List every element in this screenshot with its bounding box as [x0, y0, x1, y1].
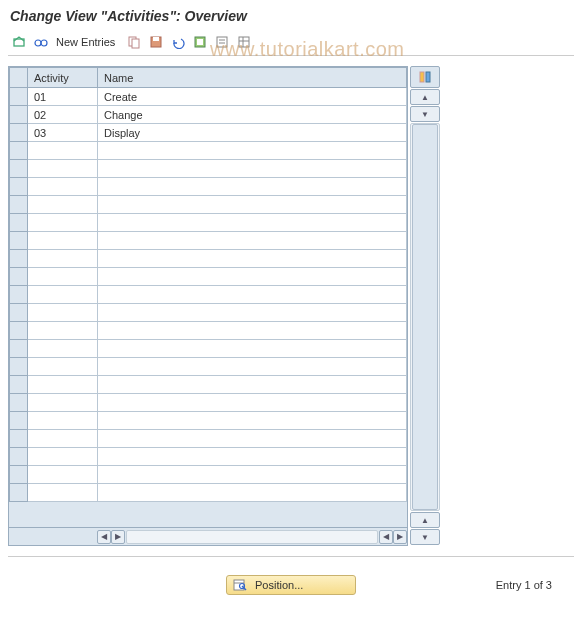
- row-selector[interactable]: [10, 484, 28, 502]
- cell-name[interactable]: [98, 394, 407, 412]
- table-row[interactable]: [10, 196, 407, 214]
- cell-name[interactable]: [98, 232, 407, 250]
- table-row[interactable]: [10, 394, 407, 412]
- cell-activity[interactable]: [28, 412, 98, 430]
- cell-activity[interactable]: [28, 376, 98, 394]
- horizontal-scrollbar[interactable]: ◀ ▶ ◀ ▶: [9, 527, 407, 545]
- row-selector[interactable]: [10, 286, 28, 304]
- row-selector[interactable]: [10, 412, 28, 430]
- row-selector[interactable]: [10, 376, 28, 394]
- row-selector[interactable]: [10, 268, 28, 286]
- vscroll-thumb[interactable]: [412, 124, 438, 510]
- cell-name[interactable]: [98, 412, 407, 430]
- cell-activity[interactable]: [28, 214, 98, 232]
- copy-icon[interactable]: [125, 33, 143, 51]
- row-selector[interactable]: [10, 358, 28, 376]
- cell-activity[interactable]: [28, 466, 98, 484]
- table-row[interactable]: [10, 304, 407, 322]
- table-row[interactable]: [10, 466, 407, 484]
- cell-name[interactable]: [98, 322, 407, 340]
- cell-name[interactable]: [98, 376, 407, 394]
- table-config-icon[interactable]: [410, 66, 440, 88]
- cell-activity[interactable]: [28, 250, 98, 268]
- scroll-right-icon[interactable]: ▶: [111, 530, 125, 544]
- row-selector[interactable]: [10, 394, 28, 412]
- scroll-up-icon[interactable]: ▲: [410, 89, 440, 105]
- table-row[interactable]: [10, 484, 407, 502]
- cell-activity[interactable]: [28, 448, 98, 466]
- new-entries-button[interactable]: New Entries: [56, 36, 115, 48]
- undo-icon[interactable]: [169, 33, 187, 51]
- cell-activity[interactable]: 02: [28, 106, 98, 124]
- cell-activity[interactable]: [28, 160, 98, 178]
- table-row[interactable]: 01Create: [10, 88, 407, 106]
- scroll-down-icon[interactable]: ▼: [410, 106, 440, 122]
- cell-name[interactable]: [98, 448, 407, 466]
- cell-activity[interactable]: 01: [28, 88, 98, 106]
- cell-name[interactable]: Create: [98, 88, 407, 106]
- row-selector[interactable]: [10, 178, 28, 196]
- row-selector[interactable]: [10, 304, 28, 322]
- row-selector[interactable]: [10, 196, 28, 214]
- column-header-activity[interactable]: Activity: [28, 68, 98, 88]
- cell-name[interactable]: [98, 340, 407, 358]
- cell-activity[interactable]: [28, 268, 98, 286]
- cell-name[interactable]: [98, 484, 407, 502]
- scroll-down-end-icon[interactable]: ▼: [410, 529, 440, 545]
- table-row[interactable]: [10, 286, 407, 304]
- cell-activity[interactable]: [28, 178, 98, 196]
- cell-name[interactable]: [98, 160, 407, 178]
- row-selector[interactable]: [10, 430, 28, 448]
- row-selector[interactable]: [10, 160, 28, 178]
- cell-activity[interactable]: 03: [28, 124, 98, 142]
- table-row[interactable]: [10, 268, 407, 286]
- cell-name[interactable]: [98, 214, 407, 232]
- table-row[interactable]: [10, 178, 407, 196]
- cell-name[interactable]: [98, 178, 407, 196]
- table-row[interactable]: [10, 358, 407, 376]
- table-row[interactable]: [10, 214, 407, 232]
- table-settings-icon[interactable]: [235, 33, 253, 51]
- table-row[interactable]: 03Display: [10, 124, 407, 142]
- table-row[interactable]: [10, 340, 407, 358]
- cell-name[interactable]: [98, 286, 407, 304]
- cell-name[interactable]: [98, 142, 407, 160]
- position-button[interactable]: Position...: [226, 575, 356, 595]
- cell-name[interactable]: [98, 430, 407, 448]
- table-row[interactable]: [10, 250, 407, 268]
- cell-activity[interactable]: [28, 232, 98, 250]
- scroll-left-end-icon[interactable]: ◀: [379, 530, 393, 544]
- cell-activity[interactable]: [28, 286, 98, 304]
- row-selector[interactable]: [10, 88, 28, 106]
- column-header-name[interactable]: Name: [98, 68, 407, 88]
- cell-name[interactable]: [98, 268, 407, 286]
- cell-activity[interactable]: [28, 196, 98, 214]
- table-row[interactable]: [10, 160, 407, 178]
- glasses-icon[interactable]: [32, 33, 50, 51]
- select-all-icon[interactable]: [191, 33, 209, 51]
- cell-activity[interactable]: [28, 484, 98, 502]
- cell-activity[interactable]: [28, 304, 98, 322]
- hscroll-track[interactable]: [126, 530, 378, 544]
- table-row[interactable]: [10, 322, 407, 340]
- table-row[interactable]: [10, 232, 407, 250]
- cell-name[interactable]: [98, 466, 407, 484]
- cell-activity[interactable]: [28, 340, 98, 358]
- table-row[interactable]: 02Change: [10, 106, 407, 124]
- cell-name[interactable]: Change: [98, 106, 407, 124]
- row-selector[interactable]: [10, 232, 28, 250]
- row-selector[interactable]: [10, 124, 28, 142]
- row-selector[interactable]: [10, 142, 28, 160]
- cell-activity[interactable]: [28, 358, 98, 376]
- cell-name[interactable]: [98, 304, 407, 322]
- table-row[interactable]: [10, 430, 407, 448]
- row-selector[interactable]: [10, 322, 28, 340]
- table-row[interactable]: [10, 376, 407, 394]
- cell-name[interactable]: [98, 196, 407, 214]
- row-selector[interactable]: [10, 106, 28, 124]
- scroll-right-end-icon[interactable]: ▶: [393, 530, 407, 544]
- cell-activity[interactable]: [28, 142, 98, 160]
- row-selector[interactable]: [10, 448, 28, 466]
- table-row[interactable]: [10, 142, 407, 160]
- cell-activity[interactable]: [28, 322, 98, 340]
